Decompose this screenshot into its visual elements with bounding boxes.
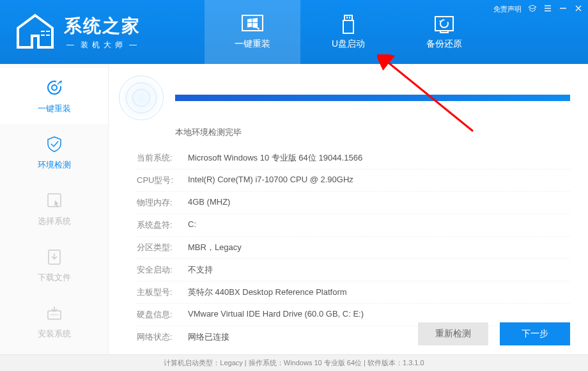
sidebar-item-env-check[interactable]: 环境检测 — [0, 124, 108, 180]
nav-backup-restore[interactable]: 备份还原 — [396, 0, 492, 64]
logo-title: 系统之家 — [64, 14, 143, 38]
info-value: MBR，Legacy — [188, 242, 570, 253]
info-value: VMware Virtual IDE Hard Drive (60.0 GB, … — [188, 309, 570, 320]
system-info: 当前系统:Microsoft Windows 10 专业版 64位 19044.… — [119, 147, 570, 348]
info-row-partition: 分区类型:MBR，Legacy — [137, 237, 570, 259]
close-button[interactable] — [574, 4, 583, 14]
svg-rect-0 — [41, 31, 45, 32]
svg-rect-14 — [48, 194, 61, 207]
sidebar-item-download[interactable]: 下载文件 — [0, 237, 108, 293]
svg-rect-11 — [440, 31, 448, 33]
recheck-button[interactable]: 重新检测 — [418, 322, 488, 345]
info-label: 安全启动: — [137, 264, 188, 276]
sidebar-label: 选择系统 — [38, 216, 71, 227]
info-label: 网络状态: — [137, 331, 188, 343]
target-icon — [44, 77, 65, 98]
svg-point-13 — [52, 85, 57, 90]
info-label: CPU型号: — [137, 175, 188, 186]
install-icon — [44, 303, 65, 323]
shield-icon — [44, 134, 65, 154]
info-row-cpu: CPU型号:Intel(R) Core(TM) i7-10700 CPU @ 2… — [137, 170, 570, 192]
svg-rect-9 — [435, 17, 453, 31]
logo-text: 系统之家 装机大师 — [64, 14, 143, 51]
svg-rect-2 — [41, 35, 45, 36]
info-row-secureboot: 安全启动:不支持 — [137, 259, 570, 281]
sidebar-label: 安装系统 — [38, 328, 71, 340]
usb-icon — [336, 14, 361, 35]
restore-icon — [431, 14, 457, 35]
window-controls: 免责声明 — [493, 4, 583, 14]
info-row-ram: 物理内存:4GB (MHZ) — [137, 192, 570, 214]
info-row-drive: 系统盘符:C: — [137, 214, 570, 237]
disclaimer-link[interactable]: 免责声明 — [493, 4, 522, 14]
info-value: 4GB (MHZ) — [188, 197, 570, 209]
select-icon — [44, 190, 65, 210]
body: 一键重装 环境检测 选择系统 下载文件 安装系统 — [0, 64, 588, 354]
info-row-os: 当前系统:Microsoft Windows 10 专业版 64位 19044.… — [137, 147, 570, 170]
svg-rect-6 — [343, 20, 353, 33]
nav-label: 一键重装 — [235, 38, 270, 50]
sidebar-item-install[interactable]: 安装系统 — [0, 293, 108, 349]
header: 系统之家 装机大师 一键重装 U盘启动 备份还原 — [0, 0, 588, 64]
svg-rect-3 — [46, 35, 50, 36]
info-label: 分区类型: — [137, 242, 188, 253]
scan-status: 本地环境检测完毕 — [175, 127, 570, 138]
windows-icon — [240, 14, 265, 35]
download-icon — [44, 246, 65, 267]
svg-rect-5 — [344, 15, 352, 20]
svg-rect-1 — [46, 31, 50, 32]
sidebar-label: 下载文件 — [38, 272, 71, 283]
sidebar: 一键重装 环境检测 选择系统 下载文件 安装系统 — [0, 64, 109, 354]
progress-bar — [175, 95, 570, 101]
info-label: 当前系统: — [137, 152, 188, 164]
footer-status: 计算机启动类型：Legacy | 操作系统：Windows 10 专业版 64位… — [0, 354, 588, 371]
sidebar-item-select-os[interactable]: 选择系统 — [0, 180, 108, 237]
app-window: 系统之家 装机大师 一键重装 U盘启动 备份还原 — [0, 0, 588, 371]
next-button[interactable]: 下一步 — [500, 322, 570, 345]
logo-area: 系统之家 装机大师 — [0, 0, 205, 64]
info-value: Microsoft Windows 10 专业版 64位 19044.1566 — [188, 152, 570, 164]
radar-icon — [119, 75, 164, 120]
info-row-motherboard: 主板型号:英特尔 440BX Desktop Reference Platfor… — [137, 281, 570, 304]
action-buttons: 重新检测 下一步 — [418, 322, 570, 345]
nav-label: 备份还原 — [426, 38, 462, 50]
logo-subtitle: 装机大师 — [64, 40, 143, 51]
nav-reinstall[interactable]: 一键重装 — [205, 0, 300, 64]
info-value: C: — [188, 219, 570, 231]
info-value: 不支持 — [188, 264, 570, 276]
info-label: 系统盘符: — [137, 219, 188, 231]
sidebar-item-reinstall[interactable]: 一键重装 — [0, 68, 108, 124]
info-label: 硬盘信息: — [137, 309, 188, 320]
svg-rect-8 — [349, 17, 350, 19]
menu-icon[interactable] — [543, 4, 552, 14]
info-value: Intel(R) Core(TM) i7-10700 CPU @ 2.90GHz — [188, 175, 570, 186]
graduate-icon[interactable] — [528, 4, 537, 14]
sidebar-label: 一键重装 — [38, 103, 71, 114]
svg-rect-7 — [346, 17, 348, 19]
scan-row — [119, 75, 570, 120]
minimize-button[interactable] — [559, 4, 568, 14]
logo-icon — [13, 13, 58, 51]
nav-usb-boot[interactable]: U盘启动 — [300, 0, 396, 64]
info-label: 物理内存: — [137, 197, 188, 209]
nav-label: U盘启动 — [332, 38, 365, 50]
sidebar-label: 环境检测 — [38, 159, 71, 171]
info-label: 主板型号: — [137, 287, 188, 298]
top-nav: 一键重装 U盘启动 备份还原 — [205, 0, 492, 64]
info-value: 英特尔 440BX Desktop Reference Platform — [188, 287, 570, 298]
main-panel: 本地环境检测完毕 当前系统:Microsoft Windows 10 专业版 6… — [109, 64, 588, 354]
